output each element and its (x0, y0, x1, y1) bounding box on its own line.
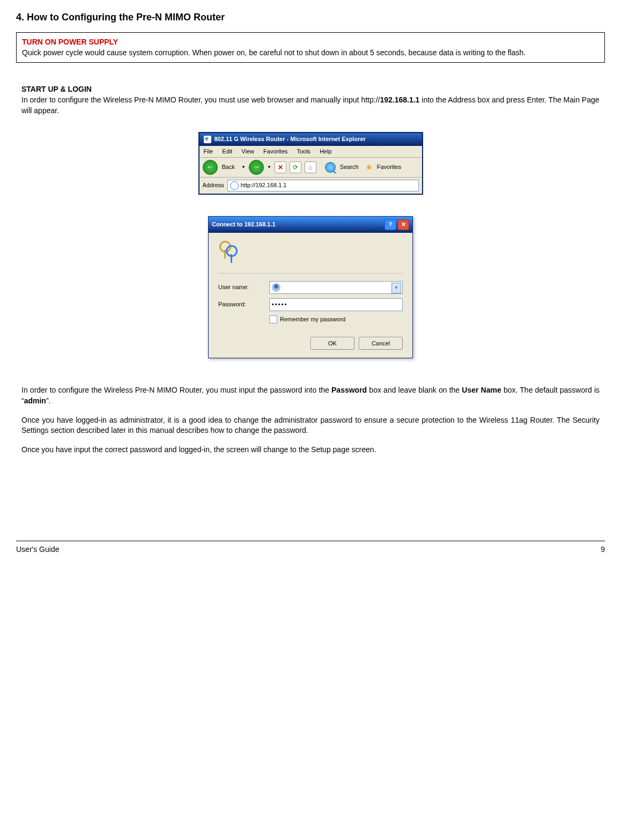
refresh-icon[interactable]: ⟳ (290, 161, 301, 173)
footer-left: User's Guide (16, 544, 59, 555)
p1-b1: Password (331, 386, 367, 394)
forward-dropdown-icon[interactable]: ▼ (267, 164, 271, 170)
startup-prefix: In order to configure the Wireless Pre-N… (21, 95, 380, 104)
password-label: Password: (218, 300, 269, 308)
address-label: Address (203, 181, 224, 189)
browser-window: 802.11 G Wireless Router - Microsoft Int… (198, 132, 423, 195)
p1-t4: ”. (46, 396, 51, 405)
paragraph-setup: Once you have input the correct password… (21, 445, 600, 455)
p1-t2: box and leave blank on the (367, 386, 462, 394)
dialog-body: User name: ▼ Password: ••••• Remember my… (209, 233, 412, 358)
stop-icon[interactable]: ✕ (275, 161, 286, 173)
p1-b3: admin (24, 396, 46, 405)
address-bar: Address http://192.168.1.1 (199, 178, 422, 194)
link-icon (230, 181, 239, 190)
cancel-button[interactable]: Cancel (359, 337, 403, 350)
keys-icon (218, 241, 241, 263)
username-field[interactable]: ▼ (269, 281, 403, 294)
password-value: ••••• (272, 300, 287, 308)
startup-url: 192.168.1.1 (380, 95, 419, 104)
close-icon[interactable]: ✕ (397, 219, 409, 230)
username-label: User name: (218, 283, 269, 291)
menu-edit[interactable]: Edit (222, 148, 232, 154)
address-value: http://192.168.1.1 (241, 181, 287, 189)
p1-t1: In order to configure the Wireless Pre-N… (21, 386, 331, 394)
paragraph-admin: Once you have logged-in as administrator… (21, 415, 600, 436)
dialog-title: Connect to 192.168.1.1 (212, 220, 276, 229)
warning-box: TURN ON POWER SUPPLY Quick power cycle w… (16, 32, 605, 63)
footer-right: 9 (601, 544, 605, 555)
warning-text: Quick power cycle would cause system cor… (22, 48, 599, 58)
back-button[interactable]: ← (203, 160, 218, 175)
menu-file[interactable]: File (204, 148, 213, 154)
remember-label: Remember my password (280, 315, 345, 323)
back-dropdown-icon[interactable]: ▼ (241, 164, 246, 170)
startup-text: In order to configure the Wireless Pre-N… (21, 95, 600, 116)
favorites-icon[interactable]: ★ (365, 161, 373, 173)
dialog-titlebar: Connect to 192.168.1.1 ? ✕ (209, 217, 412, 233)
browser-title: 802.11 G Wireless Router - Microsoft Int… (215, 135, 366, 143)
browser-toolbar: ← Back ▼ → ▼ ✕ ⟳ ⌂ Search ★ Favorites (199, 158, 422, 178)
browser-menu: File Edit View Favorites Tools Help (199, 146, 422, 158)
section-title: 4. How to Configuring the Pre-N MIMO Rou… (16, 11, 605, 24)
help-icon[interactable]: ? (385, 219, 396, 230)
back-label: Back (222, 163, 235, 171)
password-field[interactable]: ••••• (269, 298, 403, 311)
menu-help[interactable]: Help (320, 148, 332, 154)
search-icon[interactable] (325, 162, 336, 173)
browser-titlebar: 802.11 G Wireless Router - Microsoft Int… (199, 133, 422, 145)
chevron-down-icon[interactable]: ▼ (391, 283, 401, 293)
footer: User's Guide 9 (16, 541, 605, 555)
warning-title: TURN ON POWER SUPPLY (22, 37, 599, 48)
home-icon[interactable]: ⌂ (305, 161, 316, 173)
startup-title: START UP & LOGIN (21, 84, 600, 95)
menu-favorites[interactable]: Favorites (263, 148, 287, 154)
search-label[interactable]: Search (340, 163, 359, 171)
p1-b2: User Name (462, 386, 501, 394)
ok-button[interactable]: OK (310, 337, 354, 350)
forward-button[interactable]: → (249, 160, 264, 175)
remember-checkbox[interactable] (269, 315, 277, 323)
paragraph-password: In order to configure the Wireless Pre-N… (21, 385, 600, 406)
address-input[interactable]: http://192.168.1.1 (227, 180, 419, 191)
login-dialog: Connect to 192.168.1.1 ? ✕ User name: ▼ … (208, 216, 413, 358)
ie-icon (204, 136, 211, 143)
favorites-label[interactable]: Favorites (377, 163, 401, 171)
menu-tools[interactable]: Tools (297, 148, 310, 154)
menu-view[interactable]: View (241, 148, 254, 154)
user-icon (272, 283, 280, 292)
